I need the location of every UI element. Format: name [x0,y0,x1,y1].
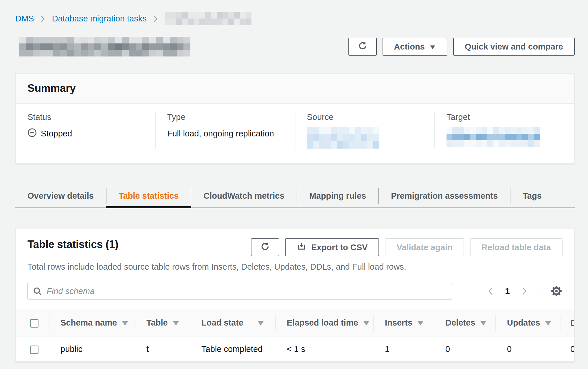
summary-card-header: Summary [16,74,574,104]
type-label: Type [167,112,283,122]
summary-field-status: Status Stopped [16,112,155,149]
page-header: Actions Quick view and compare [15,37,575,56]
validate-again-button[interactable]: Validate again [385,238,464,256]
breadcrumb-link-dms[interactable]: DMS [15,14,34,23]
export-to-csv-button[interactable]: Export to CSV [285,238,379,256]
page-title-redacted [19,37,190,56]
table-header-row: Schema name Table Load state Elapsed loa… [16,309,574,337]
cell-elapsed-load-time: < 1 s [275,337,373,361]
column-label: Deletes [445,318,475,327]
cell-schema-name: public [49,337,135,361]
cell-updates: 0 [495,337,561,361]
tab-premigration-assessments[interactable]: Premigration assessments [379,184,510,207]
previous-page-icon[interactable] [487,286,494,296]
breadcrumb-current-redacted [165,12,251,25]
summary-card: Summary Status Stopped Type Full load, o… [15,73,575,164]
status-value: Stopped [27,127,144,140]
schema-search [27,283,452,299]
sort-icon [363,319,370,328]
sort-icon [172,319,179,328]
tab-table-statistics[interactable]: Table statistics [106,184,191,207]
sort-icon [257,319,264,328]
search-icon [33,286,43,297]
find-schema-input[interactable] [27,283,452,299]
column-label: Load state [201,318,243,327]
table-row: public t Table completed < 1 s 1 0 0 0 [16,337,574,361]
source-label: Source [307,112,423,122]
breadcrumb-chevron-icon [40,15,45,23]
stopped-icon [27,128,37,139]
column-header-updates[interactable]: Updates [495,309,561,337]
tab-cloudwatch-metrics[interactable]: CloudWatch metrics [191,184,296,207]
reload-table-data-button[interactable]: Reload table data [470,238,563,256]
export-to-csv-label: Export to CSV [311,243,368,252]
column-label: Updates [507,318,540,327]
table-statistics-table: Schema name Table Load state Elapsed loa… [16,309,574,361]
column-header-ddls[interactable]: DDLs [561,309,574,337]
cell-table: t [135,337,190,361]
tab-bar: Overview details Table statistics CloudW… [15,184,575,208]
table-statistics-title: Table statistics (1) [27,238,118,251]
pagination: 1 [487,284,563,298]
tab-overview-details[interactable]: Overview details [15,184,106,207]
column-header-table[interactable]: Table [135,309,190,337]
type-value: Full load, ongoing replication [167,127,283,140]
summary-field-target: Target [434,112,574,149]
tab-tags[interactable]: Tags [510,184,554,207]
gear-icon[interactable] [550,285,563,297]
table-card-actions: Export to CSV Validate again Reload tabl… [251,238,563,256]
tab-mapping-rules[interactable]: Mapping rules [297,184,378,207]
sort-icon [417,319,424,328]
sort-icon [480,319,487,328]
column-header-elapsed-load-time[interactable]: Elapsed load time [275,309,373,337]
page-number[interactable]: 1 [505,286,510,296]
refresh-icon [260,241,270,254]
target-link-redacted[interactable] [446,127,540,147]
cell-ddls: 0 [561,337,574,361]
column-header-schema-name[interactable]: Schema name [49,309,135,337]
quick-view-compare-button[interactable]: Quick view and compare [453,38,575,56]
column-header-load-state[interactable]: Load state [190,309,275,337]
summary-field-type: Type Full load, ongoing replication [155,112,295,149]
table-card-header: Table statistics (1) Export to CSV Valid… [16,229,574,256]
column-label: DDLs [570,318,574,328]
dms-task-detail-page: DMS Database migration tasks Actions [0,0,588,369]
table-statistics-card: Table statistics (1) Export to CSV Valid… [15,228,575,362]
summary-field-source: Source [295,112,435,149]
actions-menu-button[interactable]: Actions [383,38,447,56]
divider [539,284,539,298]
target-label: Target [446,112,563,122]
status-text: Stopped [41,129,72,138]
refresh-button[interactable] [348,38,377,56]
breadcrumb-chevron-icon [153,15,158,23]
column-header-inserts[interactable]: Inserts [373,309,434,337]
select-all-checkbox[interactable] [30,319,38,328]
cell-inserts: 1 [373,337,434,361]
column-label: Table [146,318,168,327]
column-header-deletes[interactable]: Deletes [434,309,495,337]
breadcrumb-link-tasks[interactable]: Database migration tasks [52,14,146,23]
status-label: Status [27,112,144,122]
caret-down-icon [429,42,436,52]
refresh-icon [357,41,368,53]
next-page-icon[interactable] [521,286,528,296]
sort-icon [545,319,552,328]
table-refresh-button[interactable] [251,238,279,256]
summary-body: Status Stopped Type Full load, ongoing r… [16,104,574,163]
column-label: Elapsed load time [287,318,358,327]
column-label: Inserts [385,318,412,327]
row-checkbox[interactable] [30,346,38,354]
breadcrumb: DMS Database migration tasks [15,12,575,25]
page-header-actions: Actions Quick view and compare [348,38,575,56]
export-icon [297,242,306,253]
cell-load-state: Table completed [190,337,275,361]
table-toolbar: 1 [27,283,563,299]
cell-deletes: 0 [434,337,495,361]
table-card-description: Total rows include loaded source table r… [27,262,563,272]
actions-menu-label: Actions [394,42,425,52]
source-link-redacted[interactable] [307,127,379,149]
column-label: Schema name [60,318,117,327]
sort-icon [122,319,128,328]
summary-title: Summary [27,82,563,94]
